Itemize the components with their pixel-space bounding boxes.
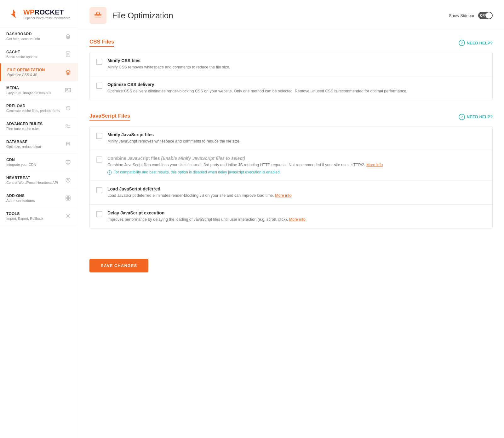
nav-item-title-tools: TOOLS (6, 212, 62, 216)
minify-css-checkbox[interactable] (96, 59, 102, 65)
combine-js-notice-text: For compatibility and best results, this… (113, 170, 281, 174)
minify-js-checkbox[interactable] (96, 133, 102, 139)
js-need-help-button[interactable]: ? NEED HELP? (459, 114, 493, 120)
sidebar-item-heartbeat[interactable]: HEARTBEAT Control WordPress Heartbeat AP… (0, 171, 78, 189)
css-section-header: CSS Files ? NEED HELP? (89, 39, 493, 47)
nav-item-sub-preload: Generate cache files, preload fonts (6, 109, 62, 113)
nav-item-text-tools: TOOLS Import, Export, Rollback (6, 212, 62, 220)
logo: WPROCKET Superior WordPress Performance (0, 0, 78, 27)
optimize-css-desc: Optimize CSS delivery eliminates render-… (107, 88, 486, 94)
option-row: Combine JavaScript files (Enable Minify … (90, 150, 492, 181)
minify-js-desc: Minify JavaScript removes whitespace and… (107, 138, 486, 144)
nav-item-title-cdn: CDN (6, 158, 62, 162)
list-icon (65, 123, 72, 130)
nav-item-text-media: MEDIA LazyLoad, image dimensions (6, 86, 62, 95)
sidebar-item-add-ons[interactable]: ADD-ONS Add more features (0, 189, 78, 207)
combine-js-title: Combine JavaScript files (Enable Minify … (107, 156, 486, 161)
sidebar-item-media[interactable]: MEDIA LazyLoad, image dimensions (0, 81, 78, 99)
sidebar-item-tools[interactable]: TOOLS Import, Export, Rollback (0, 207, 78, 225)
nav-item-text-cdn: CDN Integrate your CDN (6, 158, 62, 166)
svg-point-20 (67, 215, 69, 217)
svg-rect-23 (94, 17, 101, 18)
save-bar: SAVE CHANGES (78, 253, 504, 282)
option-row: Minify CSS files Minify CSS removes whit… (90, 52, 492, 76)
page-title: File Optimization (112, 11, 173, 20)
load-js-more-info-link[interactable]: More info (275, 193, 291, 198)
nav-item-title-media: MEDIA (6, 86, 62, 90)
combine-js-content: Combine JavaScript files (Enable Minify … (107, 156, 486, 175)
database-icon (65, 141, 72, 148)
nav-item-sub-add-ons: Add more features (6, 199, 62, 202)
option-row: Minify JavaScript files Minify JavaScrip… (90, 126, 492, 150)
nav-item-title-add-ons: ADD-ONS (6, 194, 62, 198)
load-js-deferred-checkbox[interactable] (96, 187, 102, 193)
nav-item-sub-cache: Basic cache options (6, 55, 62, 59)
svg-rect-9 (66, 125, 67, 126)
js-section-header: JavaScript Files ? NEED HELP? (89, 113, 493, 121)
save-changes-button[interactable]: SAVE CHANGES (89, 259, 148, 272)
nav-item-text-file-optimization: FILE OPTIMIZATION Optimize CSS & JS (7, 68, 62, 77)
nav-item-text-advanced-rules: ADVANCED RULES Fine-tune cache rules (6, 122, 62, 131)
css-section-title: CSS Files (89, 39, 114, 47)
js-help-icon: ? (459, 114, 465, 120)
notice-icon: i (107, 170, 112, 175)
heartbeat-icon (65, 177, 72, 184)
nav-item-sub-tools: Import, Export, Rollback (6, 217, 62, 220)
nav-item-title-heartbeat: HEARTBEAT (6, 176, 62, 180)
load-js-deferred-desc: Load JavaScript deferred eliminates rend… (107, 193, 486, 199)
css-section: CSS Files ? NEED HELP? Minify CSS files … (89, 39, 493, 100)
home-icon (65, 33, 72, 40)
delay-js-content: Delay JavaScript execution Improves perf… (107, 210, 486, 223)
combine-js-checkbox[interactable] (96, 156, 102, 163)
minify-js-title: Minify JavaScript files (107, 132, 486, 137)
nav-item-text-heartbeat: HEARTBEAT Control WordPress Heartbeat AP… (6, 176, 62, 184)
load-js-deferred-title: Load JavaScript deferred (107, 186, 486, 191)
nav-container: DASHBOARD Get help, account info CACHE B… (0, 27, 78, 225)
delay-js-title: Delay JavaScript execution (107, 210, 486, 215)
nav-item-title-cache: CACHE (6, 50, 62, 54)
optimize-css-title: Optimize CSS delivery (107, 82, 486, 87)
sidebar-item-dashboard[interactable]: DASHBOARD Get help, account info (0, 27, 78, 45)
sidebar-item-cache[interactable]: CACHE Basic cache options (0, 45, 78, 63)
sidebar-item-preload[interactable]: PRELOAD Generate cache files, preload fo… (0, 99, 78, 117)
nav-item-sub-database: Optimize, reduce bloat (6, 145, 62, 149)
svg-rect-11 (66, 127, 67, 128)
logo-rocket: ROCKET (34, 8, 64, 16)
nav-item-title-advanced-rules: ADVANCED RULES (6, 122, 62, 126)
sidebar-item-file-optimization[interactable]: FILE OPTIMIZATION Optimize CSS & JS (0, 63, 78, 81)
sidebar-item-advanced-rules[interactable]: ADVANCED RULES Fine-tune cache rules (0, 117, 78, 135)
delay-js-desc: Improves performance by delaying the loa… (107, 217, 486, 223)
nav-item-sub-file-optimization: Optimize CSS & JS (7, 73, 62, 77)
nav-item-title-database: DATABASE (6, 140, 62, 144)
page-icon (89, 7, 106, 24)
globe-icon (65, 159, 72, 166)
delay-js-checkbox[interactable] (96, 211, 102, 217)
minify-js-content: Minify JavaScript files Minify JavaScrip… (107, 132, 486, 144)
combine-js-more-info-link[interactable]: More info (366, 163, 383, 167)
doc-icon (65, 51, 72, 58)
svg-rect-17 (68, 196, 70, 198)
gear-icon (65, 213, 72, 219)
css-options-card: Minify CSS files Minify CSS removes whit… (89, 52, 493, 100)
css-need-help-button[interactable]: ? NEED HELP? (459, 40, 493, 46)
page-header-right: Show Sidebar OFF (449, 12, 493, 25)
css-need-help-label: NEED HELP? (467, 41, 493, 45)
show-sidebar-label: Show Sidebar (449, 13, 474, 18)
sidebar-toggle[interactable]: OFF (478, 12, 493, 19)
toggle-knob (486, 12, 492, 19)
svg-rect-16 (66, 196, 68, 198)
sidebar-item-cdn[interactable]: CDN Integrate your CDN (0, 153, 78, 171)
combine-js-desc: Combine JavaScript files combines your s… (107, 162, 486, 168)
nav-item-title-dashboard: DASHBOARD (6, 32, 62, 36)
nav-item-text-database: DATABASE Optimize, reduce bloat (6, 140, 62, 149)
sidebar-item-database[interactable]: DATABASE Optimize, reduce bloat (0, 135, 78, 153)
combine-js-notice: i For compatibility and best results, th… (107, 170, 486, 175)
js-need-help-label: NEED HELP? (467, 114, 493, 119)
css-help-icon: ? (459, 40, 465, 46)
main-content: File Optimization Show Sidebar OFF CSS F… (78, 0, 504, 438)
nav-item-title-file-optimization: FILE OPTIMIZATION (7, 68, 62, 72)
nav-item-sub-media: LazyLoad, image dimensions (6, 91, 62, 95)
page-content: CSS Files ? NEED HELP? Minify CSS files … (78, 30, 504, 253)
optimize-css-checkbox[interactable] (96, 83, 102, 89)
delay-js-more-info-link[interactable]: More info (289, 217, 306, 222)
